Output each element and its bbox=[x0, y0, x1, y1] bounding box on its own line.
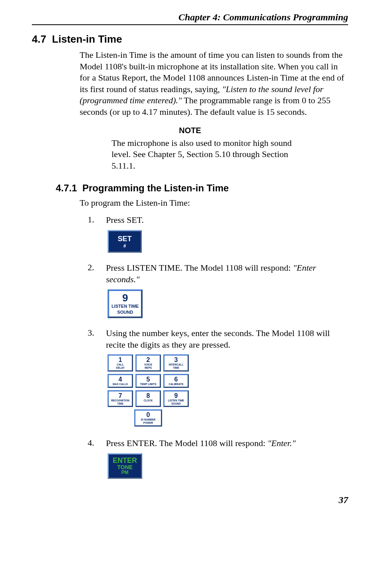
section-body: The Listen-in Time is the amount of time… bbox=[80, 49, 348, 118]
kp9-num: 9 bbox=[165, 393, 188, 399]
kp7-l2: TIME bbox=[109, 403, 132, 405]
step-3: Using the number keys, enter the seconds… bbox=[88, 328, 348, 432]
kp3-num: 3 bbox=[165, 357, 188, 363]
subsection-lead: To program the Listen-in Time: bbox=[80, 198, 348, 208]
keypad-8: 8CLOCK bbox=[135, 390, 161, 407]
kp9-l1: LISTEN TIME bbox=[165, 399, 188, 402]
kp2-l1: VOICE bbox=[137, 364, 160, 366]
kp8-l1: CLOCK bbox=[137, 399, 160, 402]
step-3-text: Using the number keys, enter the seconds… bbox=[106, 328, 348, 350]
enter-key: ENTER TONE PM bbox=[108, 453, 142, 479]
step-2-text-pre: Press LISTEN TIME. The Model 1108 will r… bbox=[106, 263, 293, 273]
enter-key-l3: PM bbox=[113, 470, 137, 475]
kp7-l1: RECOGNITION bbox=[109, 399, 132, 402]
step-2: Press LISTEN TIME. The Model 1108 will r… bbox=[88, 262, 348, 322]
number-keypad: 1CALLDELAY 2VOICEREPS 3INTERCALLTIME 4MA… bbox=[108, 354, 348, 427]
kp5-num: 5 bbox=[137, 376, 160, 383]
keypad-2: 2VOICEREPS bbox=[135, 354, 161, 372]
kp1-l2: DELAY bbox=[109, 367, 132, 370]
page-number: 37 bbox=[32, 495, 348, 505]
keypad-6: 6CALIBRATE bbox=[163, 374, 189, 388]
keypad-7: 7RECOGNITIONTIME bbox=[108, 390, 133, 407]
listen-time-key: 9 LISTEN TIME SOUND bbox=[108, 289, 143, 319]
step-1: Press SET. SET # bbox=[88, 214, 348, 257]
enter-key-l1: ENTER bbox=[113, 457, 137, 464]
set-key: SET # bbox=[108, 230, 142, 253]
step-4-text-pre: Press ENTER. The Model 1108 will respond… bbox=[106, 438, 268, 448]
section-title: 4.7 Listen-in Time bbox=[32, 33, 348, 45]
enter-key-l2: TONE bbox=[113, 464, 137, 470]
chapter-header: Chapter 4: Communications Programming bbox=[32, 12, 348, 23]
kp6-l1: CALIBRATE bbox=[165, 383, 188, 386]
subsection-number: 4.7.1 bbox=[56, 183, 77, 193]
header-divider bbox=[32, 24, 348, 25]
step-4-text: Press ENTER. The Model 1108 will respond… bbox=[106, 438, 348, 449]
listen-time-key-num: 9 bbox=[112, 293, 139, 303]
subsection-title: 4.7.1 Programming the Listen-in Time bbox=[56, 183, 348, 194]
keypad-3: 3INTERCALLTIME bbox=[163, 354, 189, 372]
step-4-quote: "Enter." bbox=[268, 438, 296, 448]
section-heading: Listen-in Time bbox=[52, 33, 122, 45]
keypad-1: 1CALLDELAY bbox=[108, 354, 133, 372]
set-key-label: SET bbox=[118, 235, 131, 243]
listen-time-key-label1: LISTEN TIME bbox=[112, 303, 139, 309]
kp8-num: 8 bbox=[137, 393, 160, 399]
subsection-heading: Programming the Listen-in Time bbox=[82, 183, 229, 193]
keypad-4: 4MAX CALLS bbox=[108, 374, 133, 388]
keypad-9: 9LISTEN TIMESOUND bbox=[163, 390, 189, 407]
kp3-l1: INTERCALL bbox=[165, 364, 188, 366]
kp3-l2: TIME bbox=[165, 367, 188, 370]
kp2-num: 2 bbox=[137, 357, 160, 363]
section-number: 4.7 bbox=[32, 33, 46, 45]
kp0-num: 0 bbox=[135, 412, 161, 418]
step-2-text: Press LISTEN TIME. The Model 1108 will r… bbox=[106, 262, 348, 285]
kp6-num: 6 bbox=[165, 376, 188, 383]
kp1-num: 1 bbox=[109, 357, 132, 363]
kp4-num: 4 bbox=[109, 376, 132, 383]
step-4: Press ENTER. The Model 1108 will respond… bbox=[88, 438, 348, 479]
keypad-5: 5TEMP LIMITS bbox=[135, 374, 161, 388]
kp7-num: 7 bbox=[109, 393, 132, 399]
step-1-text: Press SET. bbox=[106, 214, 348, 226]
kp2-l2: REPS bbox=[137, 367, 160, 370]
kp9-l2: SOUND bbox=[165, 403, 188, 405]
note-body: The microphone is also used to monitor h… bbox=[112, 138, 304, 172]
kp1-l1: CALL bbox=[109, 364, 132, 366]
kp4-l1: MAX CALLS bbox=[109, 383, 132, 386]
note-heading: NOTE bbox=[32, 126, 348, 135]
kp0-l1: ID NUMBER bbox=[135, 419, 161, 421]
kp0-l2: POWER bbox=[135, 422, 161, 425]
keypad-0: 0ID NUMBERPOWER bbox=[134, 409, 162, 427]
kp5-l1: TEMP LIMITS bbox=[137, 383, 160, 386]
listen-time-key-label2: SOUND bbox=[112, 309, 139, 315]
set-key-sublabel: # bbox=[115, 244, 134, 249]
